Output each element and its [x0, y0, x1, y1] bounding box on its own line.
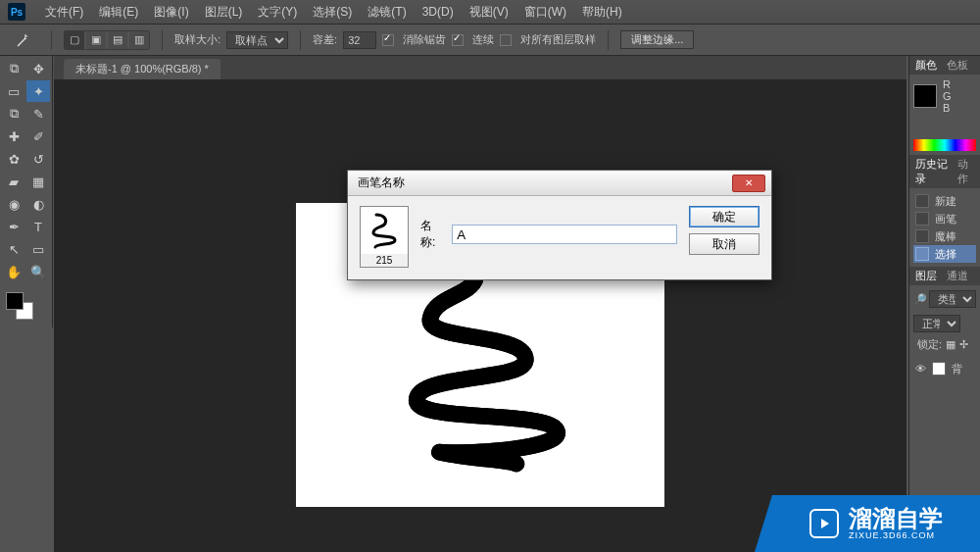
menu-filter[interactable]: 滤镜(T): [360, 4, 414, 21]
tab-channels[interactable]: 通道: [947, 269, 968, 283]
separator: [300, 30, 301, 50]
panel-layers: 🔎 类型 正常 锁定: ▦ ✢ 👁 背: [909, 285, 980, 381]
panel-history: 新建 画笔 魔棒 选择: [909, 188, 980, 267]
brush-preview-size: 215: [361, 254, 408, 267]
refine-edge-button[interactable]: 调整边缘...: [620, 30, 694, 49]
contiguous-label: 连续: [472, 32, 494, 47]
right-panels: 颜色 色板 R G B 历史记录 动作 新建 画笔 魔棒 选择 图层 通道 🔎 …: [908, 56, 980, 552]
menu-layer[interactable]: 图层(L): [197, 4, 251, 21]
tools-panel: ⧉ ✥ ▭ ✦ ⧉ ✎ ✚ ✐ ✿ ↺ ▰ ▦ ◉ ◐ ✒ T ↖ ▭ ✋ 🔍: [0, 56, 53, 327]
tab-actions[interactable]: 动作: [957, 157, 974, 186]
separator: [162, 30, 163, 50]
tool-magic-wand[interactable]: ✦: [26, 80, 50, 102]
mode-new[interactable]: ▢: [65, 31, 84, 49]
document-view: [54, 79, 906, 552]
wand-icon: [915, 229, 929, 243]
color-swatches[interactable]: [2, 292, 50, 326]
tab-color[interactable]: 颜色: [915, 58, 937, 73]
mode-sub[interactable]: ▤: [108, 31, 127, 49]
separator: [51, 30, 52, 50]
history-item-current[interactable]: 选择: [913, 245, 976, 263]
layer-filter-select[interactable]: 类型: [929, 290, 976, 308]
layer-row-background[interactable]: 👁 背: [913, 360, 976, 377]
history-item[interactable]: 画笔: [913, 210, 976, 227]
menu-type[interactable]: 文字(Y): [250, 4, 305, 21]
spectrum-bar[interactable]: [913, 139, 976, 151]
menu-edit[interactable]: 编辑(E): [91, 4, 146, 21]
panel-header-history: 历史记录 动作: [909, 155, 980, 188]
menu-bar: Ps 文件(F) 编辑(E) 图像(I) 图层(L) 文字(Y) 选择(S) 滤…: [0, 0, 980, 25]
tool-eraser[interactable]: ▰: [2, 171, 25, 192]
history-item[interactable]: 新建: [913, 192, 976, 210]
layer-name: 背: [952, 362, 962, 376]
panel-color: R G B: [909, 75, 980, 155]
all-layers-label: 对所有图层取样: [520, 32, 596, 47]
tool-dodge[interactable]: ◐: [26, 193, 50, 215]
ok-button[interactable]: 确定: [689, 206, 760, 227]
history-item[interactable]: 魔棒: [913, 227, 976, 245]
tool-path[interactable]: ↖: [2, 238, 25, 260]
brush-preview-thumb: [361, 207, 408, 254]
tool-stamp[interactable]: ✿: [2, 148, 25, 170]
menu-file[interactable]: 文件(F): [37, 4, 91, 21]
select-icon: [915, 247, 929, 261]
tool-eyedropper[interactable]: ✎: [26, 103, 50, 125]
tool-hand[interactable]: ✋: [2, 261, 25, 282]
watermark-sub: ZIXUE.3D66.COM: [849, 531, 943, 541]
tool-marquee[interactable]: ▭: [2, 80, 25, 102]
menu-image[interactable]: 图像(I): [146, 4, 196, 21]
foreground-swatch[interactable]: [6, 292, 24, 310]
contiguous-check[interactable]: [452, 34, 464, 46]
menu-select[interactable]: 选择(S): [305, 4, 360, 21]
tool-brush[interactable]: ✐: [26, 125, 50, 147]
g-label: G: [943, 90, 976, 102]
tab-swatches[interactable]: 色板: [947, 58, 968, 73]
dialog-close-button[interactable]: ✕: [732, 175, 765, 192]
blend-mode-select[interactable]: 正常: [913, 315, 960, 332]
wand-tool-icon: [8, 32, 39, 48]
lock-pixels-icon[interactable]: ▦: [946, 338, 956, 351]
eye-icon[interactable]: 👁: [915, 363, 926, 375]
mode-add[interactable]: ▣: [86, 31, 106, 49]
name-label: 名称:: [420, 218, 446, 251]
tool-type[interactable]: T: [26, 216, 50, 237]
panel-header-layers: 图层 通道: [909, 267, 980, 285]
tool-history-brush[interactable]: ↺: [26, 148, 50, 170]
menu-view[interactable]: 视图(V): [462, 4, 516, 21]
tool-gradient[interactable]: ▦: [26, 171, 50, 192]
tool-zoom[interactable]: 🔍: [26, 261, 50, 282]
sample-size-select[interactable]: 取样点: [226, 31, 288, 49]
tolerance-input[interactable]: [343, 31, 376, 49]
tool-crop[interactable]: ⧉: [2, 103, 25, 125]
watermark: 溜溜自学 ZIXUE.3D66.COM: [772, 495, 980, 552]
play-icon: [809, 509, 839, 538]
menu-help[interactable]: 帮助(H): [574, 4, 630, 21]
tool-blur[interactable]: ◉: [2, 193, 25, 215]
document-tabs: 未标题-1 @ 100%(RGB/8) *: [54, 56, 906, 79]
search-icon: 🔎: [913, 293, 927, 306]
tool-pen[interactable]: ✒: [2, 216, 25, 237]
mode-int[interactable]: ▥: [129, 31, 149, 49]
document-tab[interactable]: 未标题-1 @ 100%(RGB/8) *: [64, 59, 220, 79]
tool-heal[interactable]: ✚: [2, 125, 25, 147]
cancel-button[interactable]: 取消: [689, 233, 760, 255]
b-label: B: [943, 102, 976, 114]
sample-size-label: 取样大小:: [174, 32, 220, 47]
menu-3d[interactable]: 3D(D): [415, 5, 462, 19]
antialias-check[interactable]: [382, 34, 394, 46]
tab-layers[interactable]: 图层: [915, 269, 937, 283]
brush-name-input[interactable]: [452, 225, 677, 244]
dialog-titlebar[interactable]: 画笔名称 ✕: [348, 171, 771, 196]
all-layers-check[interactable]: [500, 34, 512, 46]
tool-shape[interactable]: ▭: [26, 238, 50, 260]
separator: [608, 30, 609, 50]
color-chip[interactable]: [913, 84, 937, 108]
tab-history[interactable]: 历史记录: [915, 157, 948, 186]
layer-thumbnail: [932, 362, 946, 376]
tool-move[interactable]: ⧉: [2, 58, 25, 79]
menu-window[interactable]: 窗口(W): [516, 4, 574, 21]
brush-icon: [915, 212, 929, 226]
tool-artboard[interactable]: ✥: [26, 58, 50, 79]
lock-position-icon[interactable]: ✢: [959, 338, 968, 351]
lock-label: 锁定:: [917, 337, 942, 352]
